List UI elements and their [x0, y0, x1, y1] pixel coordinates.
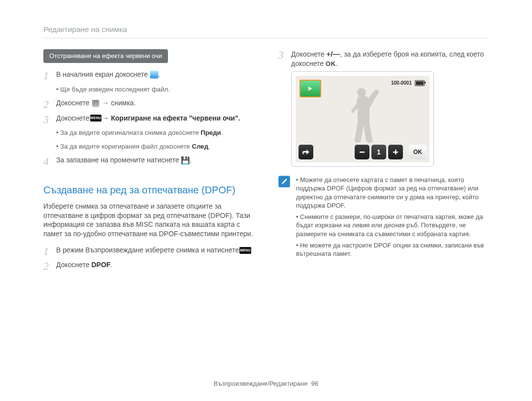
- copies-count: 1: [371, 145, 386, 159]
- menu-icon: MENU: [239, 247, 251, 254]
- step-number: 1: [43, 70, 56, 82]
- photo-silhouette: [296, 81, 430, 145]
- section-pill-red-eye: Отстраняване на ефекта червени очи: [43, 49, 168, 63]
- save-icon: 💾: [181, 156, 190, 164]
- svg-point-1: [357, 88, 366, 97]
- step-number: 2: [43, 260, 56, 272]
- plus-minus-glyph: +/—: [326, 50, 340, 58]
- step-subtext: За да видите оригиналната снимка докосне…: [56, 128, 254, 137]
- camera-lcd: 100-0001: [291, 71, 434, 167]
- svg-rect-4: [393, 152, 398, 153]
- ok-glyph: OK: [326, 60, 336, 67]
- step-text: Докоснете DPOF.: [56, 260, 112, 272]
- note-icon: [278, 176, 290, 187]
- step-text: Докоснете MENU → Коригиране на ефекта "ч…: [56, 114, 240, 125]
- step-number: 3: [278, 49, 291, 68]
- plus-button[interactable]: [388, 145, 403, 159]
- note-list: Можете да отнесете картата с памет в печ…: [296, 176, 489, 261]
- step-number: 4: [43, 155, 56, 167]
- note-item: Снимките с размери, по-широки от печатна…: [296, 213, 489, 238]
- right-column: 3 Докоснете +/—, за да изберете броя на …: [278, 49, 489, 276]
- note-item: Не можете да настроите DPOF опции за сни…: [296, 241, 489, 258]
- back-button[interactable]: [299, 145, 313, 159]
- step-subtext: Ще бъде изведен последният файл.: [56, 85, 254, 94]
- step-number: 1: [43, 246, 56, 257]
- home-icon: [150, 70, 159, 79]
- note-item: Можете да отнесете картата с памет в печ…: [296, 176, 489, 210]
- svg-rect-2: [360, 152, 365, 153]
- step-text: В режим Възпроизвеждане изберете снимка …: [56, 246, 252, 257]
- section-heading-dpof: Създаване на ред за отпечатване (DPOF): [43, 184, 254, 197]
- step-text: В началния екран докоснете .: [56, 70, 161, 82]
- left-column: Отстраняване на ефекта червени очи 1 В н…: [43, 49, 254, 276]
- step-text: Докоснете → снимка.: [56, 98, 136, 110]
- step-subtext: За да видите коригирания файл докоснете …: [56, 142, 254, 151]
- menu-icon: MENU: [90, 115, 102, 122]
- step-number: 3: [43, 114, 56, 125]
- step-number: 2: [43, 98, 56, 110]
- minus-button[interactable]: [355, 145, 369, 159]
- duplicate-icon: [92, 100, 99, 107]
- step-text: За запазване на промените натиснете 💾.: [56, 155, 192, 167]
- ok-button[interactable]: OK: [409, 145, 427, 159]
- step-text: Докоснете +/—, за да изберете броя на ко…: [291, 49, 489, 68]
- page-footer: Възпроизвеждане/Редактиране 96: [0, 379, 532, 388]
- section-intro: Изберете снимка за отпечатване и запазет…: [43, 202, 254, 239]
- breadcrumb: Редактиране на снимка: [43, 25, 489, 38]
